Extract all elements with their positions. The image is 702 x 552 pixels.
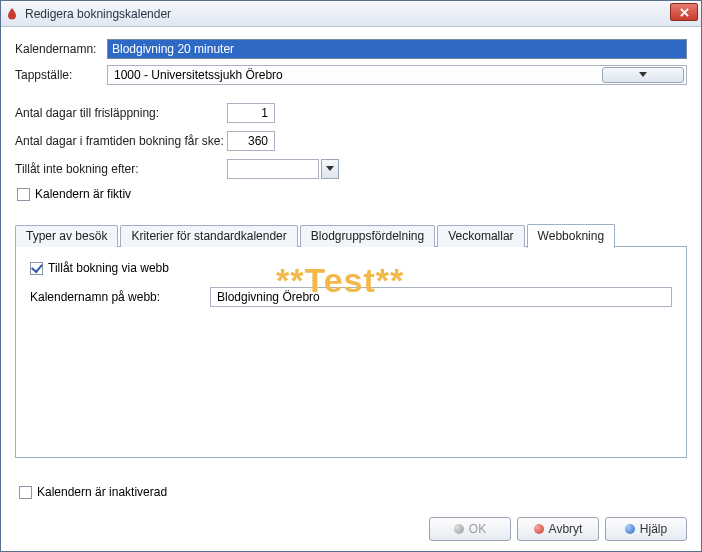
kalendernamn-label: Kalendernamn: [15, 42, 107, 56]
tabstrip: Typer av besök Kriterier för standardkal… [15, 223, 687, 247]
avbryt-button[interactable]: Avbryt [517, 517, 599, 541]
framtiden-label: Antal dagar i framtiden bokning får ske: [15, 134, 227, 148]
cancel-icon [534, 524, 544, 534]
tillat-inte-efter-input[interactable] [227, 159, 319, 179]
hjalp-button[interactable]: Hjälp [605, 517, 687, 541]
tab-kriterier[interactable]: Kriterier för standardkalender [120, 225, 297, 247]
tab-container: Typer av besök Kriterier för standardkal… [15, 223, 687, 458]
chevron-down-icon [602, 67, 684, 83]
tillat-inte-efter-label: Tillåt inte bokning efter: [15, 162, 227, 176]
tillat-web-label: Tillåt bokning via webb [48, 261, 169, 275]
hjalp-label: Hjälp [640, 522, 667, 536]
inaktiverad-checkbox[interactable] [19, 486, 32, 499]
content-area: Kalendernamn: Tappställe: 1000 - Univers… [1, 27, 701, 468]
kalendernamn-input[interactable] [107, 39, 687, 59]
tab-blodgrupp[interactable]: Blodgruppsfördelning [300, 225, 435, 247]
ok-button[interactable]: OK [429, 517, 511, 541]
ok-label: OK [469, 522, 486, 536]
tab-veckomallar[interactable]: Veckomallar [437, 225, 524, 247]
tab-panel-webbokning: Tillåt bokning via webb Kalendernamn på … [15, 246, 687, 458]
kalendernamn-web-input[interactable] [210, 287, 672, 307]
tab-typer-av-besok[interactable]: Typer av besök [15, 225, 118, 247]
fiktiv-label: Kalendern är fiktiv [35, 187, 131, 201]
close-button[interactable] [670, 3, 698, 21]
framtiden-input[interactable] [227, 131, 275, 151]
frislappning-label: Antal dagar till frisläppning: [15, 106, 227, 120]
fiktiv-checkbox[interactable] [17, 188, 30, 201]
tappstalle-dropdown[interactable]: 1000 - Universitetssjukh Örebro [107, 65, 687, 85]
ok-icon [454, 524, 464, 534]
help-icon [625, 524, 635, 534]
app-icon [5, 7, 19, 21]
tab-webbokning[interactable]: Webbokning [527, 224, 616, 248]
titlebar: Redigera bokningskalender [1, 1, 701, 27]
avbryt-label: Avbryt [549, 522, 583, 536]
tappstalle-value: 1000 - Universitetssjukh Örebro [114, 68, 283, 82]
footer: Kalendern är inaktiverad OK Avbryt Hjälp [15, 483, 687, 541]
frislappning-input[interactable] [227, 103, 275, 123]
dialog-window: Redigera bokningskalender Kalendernamn: … [0, 0, 702, 552]
tappstalle-label: Tappställe: [15, 68, 107, 82]
window-title: Redigera bokningskalender [25, 7, 171, 21]
date-picker-button[interactable] [321, 159, 339, 179]
inaktiverad-label: Kalendern är inaktiverad [37, 485, 167, 499]
tillat-web-checkbox[interactable] [30, 262, 43, 275]
kalendernamn-web-label: Kalendernamn på webb: [30, 290, 210, 304]
